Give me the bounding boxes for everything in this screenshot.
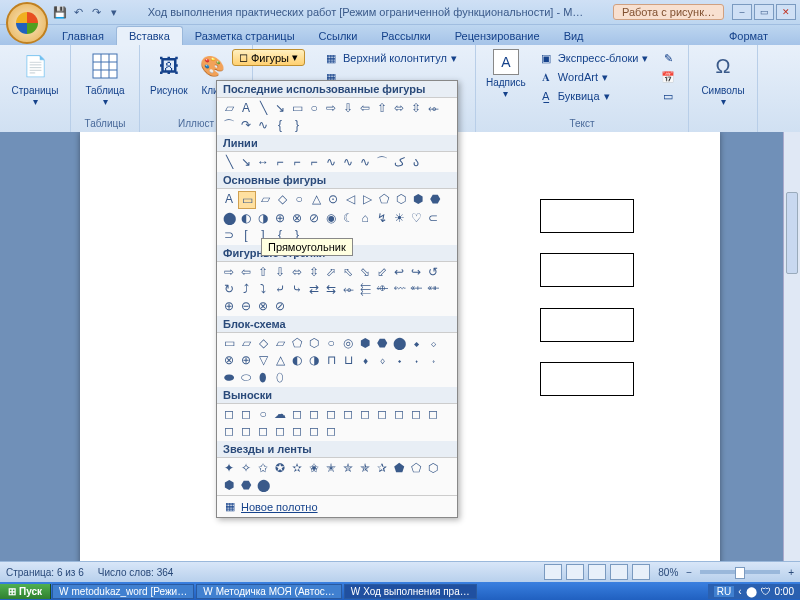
shape-item[interactable]: ⌐ [272,154,288,170]
shape-item[interactable]: ⇧ [374,100,390,116]
shape-item[interactable]: ⤵ [255,281,271,297]
shape-item[interactable]: ◻ [289,423,305,439]
shape-item[interactable]: ◻ [221,423,237,439]
shape-item[interactable]: ⬦ [425,335,441,351]
shape-item[interactable]: ⌒ [374,154,390,170]
symbols-button[interactable]: Ω Символы▾ [695,47,751,109]
view-print-btn[interactable] [544,564,562,580]
shape-item[interactable]: ◻ [425,406,441,422]
shape-item[interactable]: ⬳ [391,281,407,297]
shape-item[interactable]: ⌐ [306,154,322,170]
shape-item[interactable]: ⬰ [340,281,356,297]
shape-item[interactable]: ✰ [374,460,390,476]
shape-item[interactable]: ⊃ [221,227,237,243]
shape-item[interactable]: ▷ [359,191,375,207]
shape-item[interactable]: ⌂ [357,210,373,226]
undo-icon[interactable]: ↶ [70,4,86,20]
shape-item[interactable]: ☾ [340,210,356,226]
qat-more-icon[interactable]: ▾ [106,4,122,20]
shape-item[interactable]: ✧ [238,460,254,476]
redo-icon[interactable]: ↷ [88,4,104,20]
shape-item[interactable]: ☁ [272,406,288,422]
shape-item[interactable]: ◻ [340,406,356,422]
shape-item[interactable]: ↘ [272,100,288,116]
shape-item[interactable]: ⬯ [272,369,288,385]
shape-item[interactable]: ◻ [408,406,424,422]
dropcap-button[interactable]: A̲Буквица▾ [534,87,653,105]
task-item-1[interactable]: Wmetodukaz_word [Режи… [52,584,194,599]
shape-item[interactable]: ⇆ [323,281,339,297]
sig-button[interactable]: ✎ [656,49,680,67]
shape-item[interactable]: ⬄ [391,100,407,116]
date-button[interactable]: 📅 [656,68,680,86]
shape-item[interactable]: ↷ [238,117,254,133]
shape-item[interactable]: ◎ [340,335,356,351]
shape-item[interactable]: ⌒ [221,117,237,133]
shape-item[interactable]: ⬠ [289,335,305,351]
shape-item[interactable]: ⬠ [408,460,424,476]
shape-item[interactable]: ✫ [289,460,305,476]
tray-icon[interactable]: ⬤ [746,586,757,597]
task-item-2[interactable]: WМетодичка МОЯ (Автос… [196,584,342,599]
header-button[interactable]: ▦Верхний колонтитул▾ [319,49,469,67]
save-icon[interactable]: 💾 [52,4,68,20]
view-read-btn[interactable] [566,564,584,580]
shape-item[interactable]: ◻ [306,423,322,439]
shape-item[interactable]: ⇨ [323,100,339,116]
shape-item[interactable]: ▭ [221,335,237,351]
shape-item[interactable]: ⬂ [357,264,373,280]
shape-item[interactable]: [ [238,227,254,243]
shape-item[interactable]: ⬪ [408,352,424,368]
shape-rect-2[interactable] [540,253,634,287]
wordart-button[interactable]: 𝐀WordArt▾ [534,68,653,86]
vertical-scrollbar[interactable] [783,132,800,562]
shape-item[interactable]: ⇄ [306,281,322,297]
shape-item[interactable]: ⬤ [221,210,237,226]
shape-item[interactable]: ◇ [255,335,271,351]
tab-review[interactable]: Рецензирование [443,27,552,45]
shape-item[interactable]: ◻ [374,406,390,422]
shape-item[interactable]: ↻ [221,281,237,297]
shape-item[interactable]: ↩ [391,264,407,280]
shape-rect-1[interactable] [540,199,634,233]
shape-item[interactable]: ♡ [408,210,424,226]
shape-item[interactable]: ⇳ [306,264,322,280]
shape-item[interactable]: ∿ [255,117,271,133]
shape-item[interactable]: ◻ [289,406,305,422]
shape-item[interactable]: ⤶ [272,281,288,297]
shape-item[interactable]: ⊕ [221,298,237,314]
shape-item[interactable]: ◻ [323,423,339,439]
view-draft-btn[interactable] [632,564,650,580]
view-outline-btn[interactable] [610,564,628,580]
shape-item[interactable]: ↘ [238,154,254,170]
shape-item[interactable]: ⊘ [272,298,288,314]
shape-item[interactable]: { [272,117,288,133]
shape-item[interactable]: ↯ [374,210,390,226]
shape-item[interactable]: ∿ [357,154,373,170]
office-button[interactable] [6,2,48,44]
shape-item[interactable]: △ [272,352,288,368]
shapes-button[interactable]: ◻ Фигуры▾ [232,49,305,66]
shape-item[interactable]: ⇨ [221,264,237,280]
shape-item[interactable]: ◐ [238,210,254,226]
shape-rect-4[interactable] [540,362,634,396]
shape-item[interactable]: ⇳ [408,100,424,116]
shape-item[interactable]: ⊖ [238,298,254,314]
shape-item[interactable]: ◻ [306,406,322,422]
shape-item[interactable]: ◁ [342,191,358,207]
shape-item[interactable]: ✯ [357,460,373,476]
shape-item[interactable]: ▱ [257,191,273,207]
shape-item[interactable]: ◇ [274,191,290,207]
shape-item[interactable]: A [221,191,237,207]
shape-item[interactable]: ⊗ [289,210,305,226]
shape-item[interactable]: ⬡ [306,335,322,351]
shape-item[interactable]: ◻ [391,406,407,422]
shape-item[interactable]: ⬰ [425,100,441,116]
shape-item[interactable]: ↪ [408,264,424,280]
shape-item[interactable]: ⬵ [425,281,441,297]
shape-rect-3[interactable] [540,308,634,342]
shape-item[interactable]: ⇦ [238,264,254,280]
shape-item[interactable]: ⊗ [255,298,271,314]
shape-item[interactable]: A [238,100,254,116]
view-web-btn[interactable] [588,564,606,580]
